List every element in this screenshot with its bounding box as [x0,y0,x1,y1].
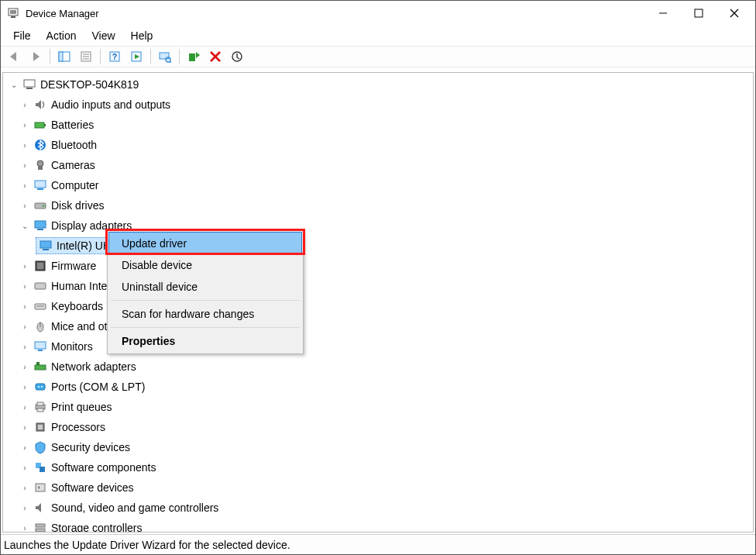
tree-label: Security devices [51,441,130,453]
svg-point-28 [37,160,43,167]
chevron-right-icon[interactable]: › [19,322,31,331]
chevron-right-icon[interactable]: › [19,443,31,452]
menu-view[interactable]: View [84,28,122,43]
menu-file[interactable]: File [5,28,39,43]
tree-node-printq[interactable]: › Print queues [3,397,753,417]
tree-node-cameras[interactable]: › Cameras [3,155,753,175]
tree-node-bluetooth[interactable]: › Bluetooth [3,135,753,155]
toolbar-sep [50,49,50,64]
camera-icon [33,157,48,173]
svg-rect-8 [59,52,63,61]
svg-rect-23 [24,80,35,87]
context-update-driver[interactable]: Update driver [109,233,301,254]
sound-icon [33,500,48,515]
properties-button[interactable] [76,47,96,66]
chevron-right-icon[interactable]: › [19,121,31,129]
chevron-right-icon[interactable]: › [19,484,31,492]
monitor-icon [33,339,48,354]
chevron-right-icon[interactable]: › [19,141,31,150]
tree-node-softdev[interactable]: › Software devices [3,477,753,498]
chevron-right-icon[interactable]: › [19,504,31,512]
action-button[interactable] [126,47,146,66]
svg-point-50 [38,386,40,388]
toolbar-sep [100,49,101,64]
context-menu: Update driver Disable device Uninstall d… [107,230,304,354]
context-separator [111,300,300,301]
bluetooth-icon [33,137,48,153]
chevron-right-icon[interactable]: › [19,262,31,271]
menu-action[interactable]: Action [39,28,84,43]
chevron-right-icon[interactable]: › [19,202,31,210]
mouse-icon [33,319,48,334]
svg-point-51 [41,386,43,388]
tree-label: Cameras [51,159,95,171]
tree-node-softcomp[interactable]: › Software components [3,457,753,477]
svg-rect-19 [189,53,195,61]
svg-rect-34 [35,221,46,228]
svg-rect-37 [43,249,49,250]
svg-rect-31 [37,188,43,190]
context-scan-hardware[interactable]: Scan for hardware changes [109,303,301,325]
chevron-right-icon[interactable]: › [19,383,31,391]
context-properties[interactable]: Properties [109,330,301,352]
svg-point-33 [43,205,45,207]
close-button[interactable] [716,1,752,26]
chevron-right-icon[interactable]: › [19,464,31,472]
security-icon [33,440,48,455]
chevron-right-icon[interactable]: › [19,343,31,351]
tree-node-network[interactable]: › Network adapters [3,357,753,377]
tree-label: Audio inputs and outputs [51,98,170,111]
chevron-down-icon[interactable]: ⌄ [8,81,20,89]
tree-node-processors[interactable]: › Processors [3,417,753,437]
chevron-right-icon[interactable]: › [19,423,31,432]
menu-help[interactable]: Help [123,28,161,43]
tree-node-ports[interactable]: › Ports (COM & LPT) [3,377,753,397]
tree-node-sound[interactable]: › Sound, video and game controllers [3,498,753,518]
titlebar: Device Manager [1,1,755,26]
forward-button[interactable] [26,47,46,66]
disable-device-button[interactable] [227,47,247,66]
chevron-down-icon[interactable]: ⌄ [19,222,31,230]
svg-rect-54 [37,408,43,412]
port-icon [33,379,48,395]
context-separator [111,327,300,328]
context-item-label: Uninstall device [122,281,198,293]
tree-node-audio[interactable]: › Audio inputs and outputs [3,95,753,115]
chevron-right-icon[interactable]: › [19,282,31,291]
uninstall-device-button[interactable] [205,47,225,66]
chevron-right-icon[interactable]: › [19,181,31,190]
svg-text:?: ? [112,53,117,61]
tree-node-storage[interactable]: › Storage controllers [3,518,753,533]
update-driver-button[interactable] [184,47,204,66]
help-button[interactable]: ? [105,47,125,66]
show-hide-console-tree-button[interactable] [54,47,74,66]
chevron-right-icon[interactable]: › [19,302,31,311]
chevron-right-icon[interactable]: › [19,161,31,170]
svg-rect-61 [36,529,45,532]
tree-label: Print queues [51,401,112,413]
chevron-right-icon[interactable]: › [19,101,31,109]
context-uninstall-device[interactable]: Uninstall device [109,276,301,298]
tree-root[interactable]: ⌄ DESKTOP-504K819 [3,74,753,95]
svg-rect-25 [35,122,44,128]
svg-rect-40 [35,283,46,289]
chevron-right-icon[interactable]: › [19,363,31,371]
chevron-right-icon[interactable]: › [19,403,31,412]
scan-hardware-button[interactable] [155,47,175,66]
tree-label: Batteries [51,119,94,131]
hid-icon [33,278,48,294]
storage-icon [33,520,48,533]
minimize-button[interactable] [645,1,681,26]
tree-node-security[interactable]: › Security devices [3,437,753,457]
display-adapter-icon [38,238,53,253]
svg-rect-4 [695,9,703,17]
tree-node-batteries[interactable]: › Batteries [3,115,753,135]
context-disable-device[interactable]: Disable device [109,254,301,276]
tree-node-disk[interactable]: › Disk drives [3,195,753,215]
keyboard-icon [33,298,48,314]
back-button[interactable] [4,47,24,66]
tree-label: Software components [51,461,156,474]
chevron-right-icon[interactable]: › [19,524,31,533]
maximize-button[interactable] [681,1,716,26]
tree-node-computer[interactable]: › Computer [3,175,753,195]
